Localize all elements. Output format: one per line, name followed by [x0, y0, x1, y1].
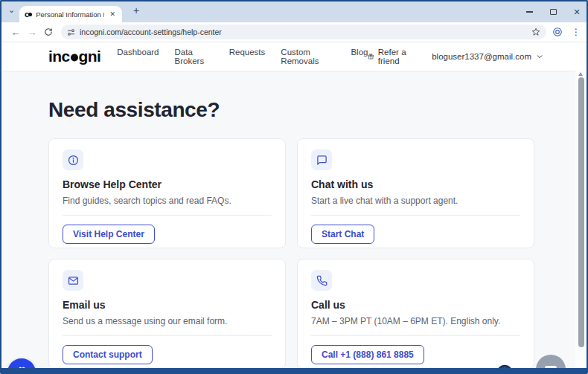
logo-text-pre: inc	[48, 48, 70, 65]
account-email: bloguser1337@gmail.com	[432, 52, 531, 61]
more-menu-icon[interactable]: ⋮	[572, 27, 581, 37]
main-nav: Dashboard Data Brokers Requests Custom R…	[117, 48, 368, 65]
chevron-down-icon	[536, 53, 543, 60]
info-icon	[68, 155, 79, 166]
watermark-pc-text: PC	[513, 370, 541, 374]
chat-icon	[316, 155, 327, 166]
close-tab-icon[interactable]: ✕	[108, 10, 117, 19]
browser-toolbar: ← → incogni.com/account-settings/help-ce…	[1, 22, 587, 42]
scrollbar-thumb[interactable]	[578, 77, 584, 347]
card-call-us: Call us 7AM – 3PM PT (10AM – 6PM ET). En…	[297, 259, 534, 369]
divider	[63, 215, 272, 216]
card-chat-with-us: Chat with us Start a live chat with a su…	[297, 138, 534, 248]
browser-tab[interactable]: incc Personal Information Removal S ✕	[19, 6, 122, 22]
card-browse-help-center: Browse Help Center Find guides, search t…	[48, 138, 286, 248]
minimize-button[interactable]	[524, 7, 534, 17]
site-header: incgni Dashboard Data Brokers Requests C…	[1, 42, 587, 71]
site-settings-icon[interactable]	[67, 28, 75, 36]
nav-blog[interactable]: Blog	[351, 48, 368, 65]
bookmark-star-icon[interactable]	[531, 28, 540, 36]
phone-icon	[316, 275, 327, 286]
close-window-button[interactable]: ✕	[572, 7, 582, 17]
nav-requests[interactable]: Requests	[229, 48, 266, 65]
divider	[311, 215, 520, 216]
logo-text-post: gni	[79, 48, 101, 65]
forward-button[interactable]: →	[24, 27, 40, 38]
tab-search-icon[interactable]: ⌄	[8, 5, 15, 15]
nav-dashboard[interactable]: Dashboard	[117, 48, 159, 65]
nav-data-brokers[interactable]: Data Brokers	[175, 48, 214, 65]
nav-custom-removals[interactable]: Custom Removals	[281, 48, 335, 65]
url-text: incogni.com/account-settings/help-center	[80, 28, 523, 36]
assistance-cards: Browse Help Center Find guides, search t…	[48, 138, 543, 369]
scroll-up-button[interactable]	[578, 72, 583, 76]
extension-icon[interactable]	[552, 27, 563, 37]
url-bar[interactable]: incogni.com/account-settings/help-center	[61, 25, 546, 39]
page-body: Need assistance? Browse Help Center Find…	[1, 71, 587, 374]
account-menu[interactable]: bloguser1337@gmail.com	[432, 52, 543, 61]
maximize-button[interactable]	[548, 7, 558, 17]
browser-window: ⌄ incc Personal Information Removal S ✕ …	[0, 0, 588, 374]
card-title: Call us	[311, 299, 520, 311]
incogni-logo[interactable]: incgni	[48, 48, 100, 65]
visit-help-center-button[interactable]: Visit Help Center	[63, 225, 155, 244]
card-description: 7AM – 3PM PT (10AM – 6PM ET). English on…	[311, 316, 520, 326]
divider	[311, 335, 520, 336]
divider	[63, 335, 272, 336]
card-description: Find guides, search topics and read FAQs…	[63, 196, 272, 206]
start-chat-button[interactable]: Start Chat	[311, 225, 374, 244]
incogni-favicon-icon: incc	[25, 10, 32, 19]
logo-dot	[71, 54, 78, 62]
call-phone-button[interactable]: Call +1 (888) 861 8885	[311, 345, 424, 364]
card-description: Send us a message using our email form.	[63, 316, 272, 326]
contact-support-button[interactable]: Contact support	[63, 345, 153, 364]
page-title: Need assistance?	[48, 98, 543, 122]
scrollbar[interactable]	[575, 71, 587, 374]
card-title: Chat with us	[311, 178, 520, 190]
browser-titlebar: ⌄ incc Personal Information Removal S ✕ …	[1, 1, 587, 22]
chat-bubble-icon	[543, 361, 559, 374]
card-description: Start a live chat with a support agent.	[311, 196, 520, 206]
reload-button[interactable]	[40, 28, 57, 36]
new-tab-button[interactable]: +	[130, 4, 143, 16]
refer-a-friend-link[interactable]: Refer a friend	[368, 48, 414, 65]
card-title: Browse Help Center	[63, 178, 272, 190]
card-email-us: Email us Send us a message using our ema…	[48, 259, 286, 369]
card-title: Email us	[63, 299, 272, 311]
back-button[interactable]: ←	[7, 27, 24, 38]
gift-icon	[16, 367, 28, 374]
mail-icon	[68, 275, 79, 286]
tab-title: Personal Information Removal S	[36, 10, 104, 19]
gift-icon	[368, 52, 374, 61]
